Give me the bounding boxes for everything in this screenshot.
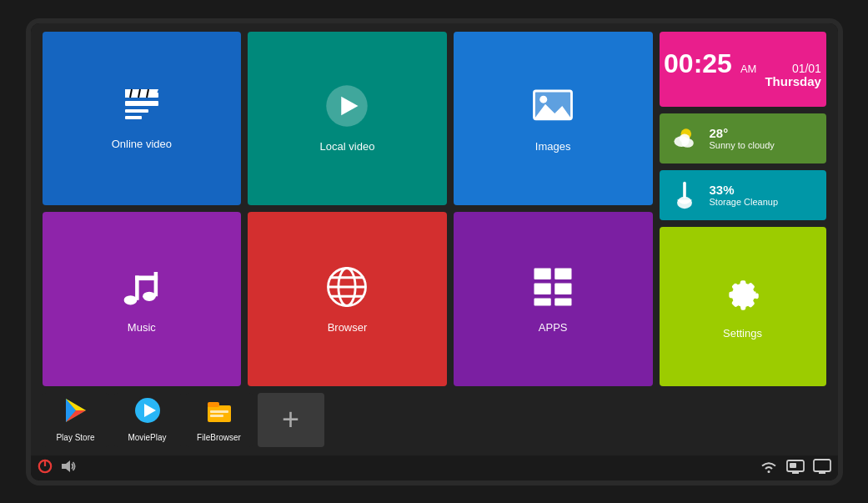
apps-icon bbox=[530, 264, 575, 314]
main-grid: Online video Local video bbox=[43, 32, 826, 386]
local-video-label: Local video bbox=[320, 140, 375, 153]
weather-tile[interactable]: 28° Sunny to cloudy bbox=[660, 113, 826, 163]
svg-rect-53 bbox=[814, 460, 830, 471]
file-browser-tile[interactable]: FileBrowser bbox=[186, 393, 253, 447]
play-circle-icon bbox=[324, 83, 369, 133]
images-label: Images bbox=[535, 140, 571, 153]
settings-label: Settings bbox=[723, 327, 762, 340]
weather-icon bbox=[668, 123, 701, 153]
music-icon bbox=[119, 264, 164, 314]
online-video-label: Online video bbox=[112, 138, 172, 150]
apps-tile[interactable]: APPS bbox=[454, 212, 653, 386]
svg-rect-26 bbox=[534, 283, 551, 294]
movie-play-tile[interactable]: MoviePlay bbox=[114, 393, 181, 447]
svg-rect-24 bbox=[534, 268, 551, 279]
local-video-tile[interactable]: Local video bbox=[248, 32, 447, 206]
svg-point-33 bbox=[679, 133, 690, 143]
wifi-icon bbox=[760, 460, 778, 475]
svg-rect-43 bbox=[208, 402, 219, 407]
svg-rect-18 bbox=[135, 275, 158, 280]
status-right bbox=[760, 459, 831, 476]
apps-label: APPS bbox=[539, 321, 568, 334]
add-icon: + bbox=[282, 405, 299, 435]
svg-point-15 bbox=[143, 291, 156, 300]
weather-temp: 28° bbox=[710, 126, 775, 140]
power-icon[interactable] bbox=[38, 459, 53, 476]
add-tile[interactable]: + bbox=[258, 393, 324, 447]
svg-rect-52 bbox=[790, 463, 796, 468]
svg-marker-48 bbox=[62, 460, 70, 472]
play-store-icon bbox=[63, 397, 89, 430]
tv-frame: Online video Local video bbox=[26, 18, 843, 485]
screen-mirror-icon bbox=[786, 459, 805, 476]
storage-percent: 33% bbox=[710, 183, 779, 197]
clock-time: 00:25 bbox=[664, 50, 732, 77]
svg-rect-34 bbox=[683, 181, 686, 198]
music-tile[interactable]: Music bbox=[43, 212, 242, 386]
svg-rect-29 bbox=[554, 298, 571, 305]
svg-rect-25 bbox=[554, 268, 571, 279]
music-label: Music bbox=[128, 321, 156, 334]
browser-tile[interactable]: Browser bbox=[248, 212, 447, 386]
image-icon bbox=[530, 83, 575, 133]
file-browser-icon bbox=[206, 397, 233, 430]
play-store-tile[interactable]: Play Store bbox=[43, 393, 109, 447]
svg-point-12 bbox=[539, 96, 547, 103]
browser-label: Browser bbox=[328, 321, 368, 334]
play-store-label: Play Store bbox=[56, 433, 94, 442]
svg-rect-17 bbox=[153, 272, 158, 296]
right-panel: 00:25 AM 01/01 Thursday bbox=[660, 32, 826, 386]
clock-date: 01/01 Thursday bbox=[765, 63, 821, 88]
file-browser-label: FileBrowser bbox=[197, 433, 241, 442]
svg-rect-44 bbox=[210, 410, 228, 413]
left-grid: Online video Local video bbox=[43, 32, 653, 386]
status-left bbox=[38, 458, 76, 477]
svg-rect-3 bbox=[125, 116, 142, 119]
storage-tile[interactable]: 33% Storage Cleanup bbox=[660, 170, 826, 220]
storage-info: 33% Storage Cleanup bbox=[710, 183, 779, 207]
svg-point-14 bbox=[123, 295, 137, 304]
bottom-bar: Play Store MoviePlay bbox=[43, 393, 826, 447]
svg-rect-28 bbox=[534, 298, 551, 305]
volume-icon[interactable] bbox=[59, 458, 76, 477]
weather-info: 28° Sunny to cloudy bbox=[710, 126, 775, 150]
movie-play-icon bbox=[134, 397, 161, 430]
film-icon bbox=[122, 86, 162, 131]
weather-desc: Sunny to cloudy bbox=[710, 140, 775, 150]
storage-label: Storage Cleanup bbox=[710, 197, 779, 207]
movie-play-label: MoviePlay bbox=[128, 433, 166, 442]
svg-rect-45 bbox=[210, 415, 223, 417]
storage-icon bbox=[668, 180, 701, 210]
clock-tile[interactable]: 00:25 AM 01/01 Thursday bbox=[660, 32, 826, 107]
globe-icon bbox=[324, 264, 369, 314]
svg-rect-27 bbox=[554, 283, 571, 294]
clock-ampm: AM bbox=[740, 63, 757, 75]
tv-screen: Online video Local video bbox=[31, 23, 838, 455]
svg-point-49 bbox=[767, 470, 770, 473]
svg-rect-2 bbox=[125, 109, 148, 113]
display-icon bbox=[813, 459, 831, 476]
svg-rect-1 bbox=[125, 101, 158, 106]
status-bar bbox=[31, 455, 838, 480]
images-tile[interactable]: Images bbox=[454, 32, 653, 206]
gear-icon bbox=[722, 274, 764, 320]
svg-rect-42 bbox=[208, 405, 231, 422]
settings-tile[interactable]: Settings bbox=[660, 227, 826, 386]
online-video-tile[interactable]: Online video bbox=[43, 32, 242, 206]
